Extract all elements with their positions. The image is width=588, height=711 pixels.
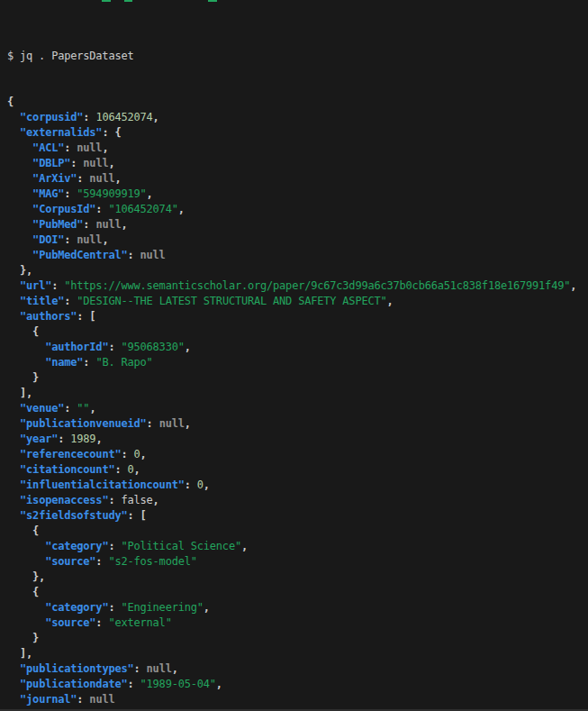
json-key: "PubMedCentral" (32, 249, 127, 261)
punctuation: , (387, 295, 394, 307)
punctuation (7, 172, 32, 185)
punctuation (7, 433, 20, 445)
json-null: null (89, 693, 114, 706)
punctuation: } (7, 632, 39, 644)
punctuation: , (89, 402, 95, 415)
json-string: "B. Rapo" (95, 356, 152, 369)
punctuation: : (64, 233, 77, 246)
punctuation: : (83, 218, 95, 231)
json-line: { (7, 585, 588, 600)
json-string: "" (77, 402, 89, 415)
json-key: "influentialcitationcount" (20, 479, 185, 491)
punctuation: : (127, 678, 140, 690)
json-key: "ACL" (32, 141, 64, 154)
json-key: "DOI" (32, 233, 64, 246)
punctuation: , (140, 448, 147, 460)
json-key: "publicationtypes" (20, 662, 133, 675)
punctuation: }, (7, 264, 32, 277)
json-number: 0 (128, 463, 134, 476)
json-key: "name" (45, 356, 83, 369)
json-line: "influentialcitationcount": 0, (7, 478, 588, 493)
punctuation: : (134, 662, 147, 675)
json-key: "referencecount" (20, 448, 121, 460)
punctuation: : (64, 295, 77, 307)
punctuation (7, 295, 20, 307)
punctuation: : [ (77, 310, 95, 323)
json-key: "citationcount" (20, 463, 114, 476)
text-fragment (208, 0, 217, 2)
punctuation (7, 448, 20, 460)
json-line: "citationcount": 0, (7, 462, 588, 478)
json-key: "category" (45, 540, 108, 552)
punctuation: : (114, 463, 127, 476)
json-line: "publicationtypes": null, (7, 661, 588, 677)
punctuation: , (185, 417, 191, 430)
json-line: { (7, 524, 588, 539)
punctuation (7, 126, 20, 139)
json-null: null (159, 417, 185, 430)
text-fragment (102, 0, 111, 2)
punctuation: : (95, 616, 108, 629)
json-line: { (7, 324, 588, 340)
json-string: "https://www.semanticscholar.org/paper/9… (64, 279, 570, 292)
json-line: }, (7, 263, 588, 278)
json-null: null (95, 218, 121, 231)
json-line: "externalids": { (7, 125, 588, 141)
command-text: $ jq . PapersDataset (7, 50, 134, 62)
punctuation: { (7, 524, 39, 537)
punctuation: , (114, 172, 121, 185)
punctuation: , (147, 187, 153, 200)
punctuation: , (185, 341, 191, 353)
terminal-viewport[interactable]: $ jq . PapersDataset { "corpusid": 10645… (0, 0, 588, 711)
punctuation (7, 218, 32, 231)
json-number: 0 (197, 479, 204, 491)
punctuation (7, 187, 32, 200)
json-key: "publicationdate" (20, 678, 127, 690)
punctuation: : { (102, 126, 121, 139)
punctuation: , (102, 141, 108, 154)
punctuation: : (147, 417, 159, 430)
json-line: "DBLP": null, (7, 156, 588, 171)
punctuation: : (58, 433, 70, 445)
punctuation: , (153, 111, 159, 123)
json-key: "isopenaccess" (20, 494, 108, 506)
json-key: "source" (45, 616, 95, 629)
json-null: null (147, 662, 172, 675)
punctuation (7, 233, 32, 246)
punctuation: : (108, 601, 121, 614)
punctuation: : (121, 448, 133, 460)
json-string: "106452074" (108, 203, 177, 215)
punctuation (7, 555, 45, 568)
json-line: "title": "DESIGN--THE LATEST STRUCTURAL … (7, 294, 588, 309)
punctuation: }, (7, 570, 45, 583)
json-line: "isopenaccess": false, (7, 493, 588, 508)
punctuation (7, 310, 20, 323)
json-number: 106452074 (95, 111, 152, 123)
punctuation (7, 402, 20, 415)
json-line: "category": "Political Science", (7, 539, 588, 554)
punctuation: } (7, 371, 39, 384)
command-line: $ jq . PapersDataset (7, 49, 588, 64)
json-string: "DESIGN--THE LATEST STRUCTURAL AND SAFET… (77, 295, 386, 307)
punctuation (7, 662, 20, 675)
punctuation: , (121, 218, 127, 231)
json-line: { (7, 95, 588, 110)
punctuation: : (77, 172, 89, 185)
json-key: "publicationvenueid" (20, 417, 147, 430)
json-line: ], (7, 646, 588, 661)
json-number: 1989 (70, 433, 95, 445)
punctuation: : (64, 141, 77, 154)
punctuation (7, 417, 20, 430)
punctuation: : (51, 279, 64, 292)
punctuation: , (102, 233, 108, 246)
json-string: "Engineering" (121, 601, 203, 614)
json-line: "source": "external" (7, 615, 588, 631)
json-string: "594909919" (77, 187, 146, 200)
punctuation (7, 463, 20, 476)
json-line: "referencecount": 0, (7, 447, 588, 462)
json-key: "CorpusId" (32, 203, 95, 215)
punctuation (7, 601, 45, 614)
punctuation: : (77, 693, 89, 706)
punctuation (7, 157, 32, 169)
punctuation: ], (7, 387, 32, 399)
